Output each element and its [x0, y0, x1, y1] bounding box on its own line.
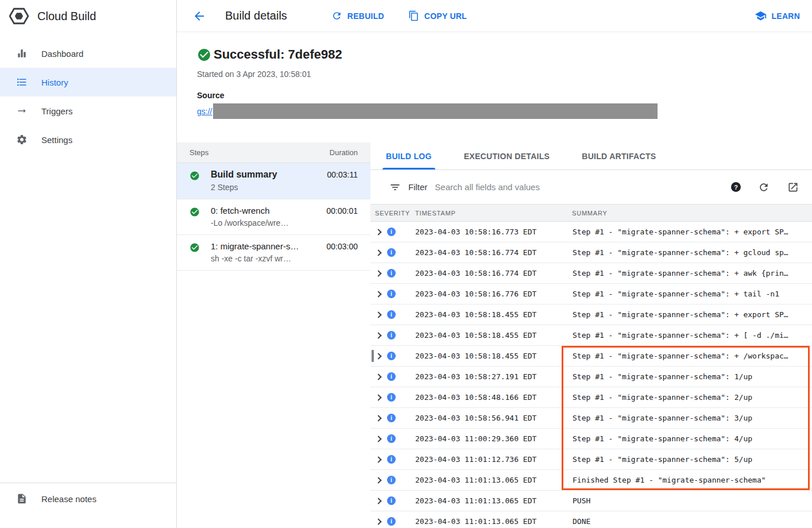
severity-cell: i — [370, 476, 409, 484]
main-area: Build details REBUILD COPY URL LEARN — [177, 0, 812, 528]
learn-label: LEARN — [772, 11, 800, 21]
sidebar-item-triggers[interactable]: Triggers — [0, 97, 176, 125]
log-row[interactable]: i 2023-04-03 11:01:12.736 EDT Step #1 - … — [370, 449, 812, 470]
steps-panel: Steps Duration Build summary 00:03:11 — [177, 142, 370, 528]
log-row[interactable]: i 2023-04-03 11:00:29.360 EDT Step #1 - … — [370, 429, 812, 449]
step-row-1-migrate-spanner-schema[interactable]: 1: migrate-spanner-s… 00:03:00 sh -xe -c… — [177, 235, 370, 271]
step-row-build-summary[interactable]: Build summary 00:03:11 2 Steps — [177, 163, 370, 199]
tab-build-artifacts[interactable]: BUILD ARTIFACTS — [578, 142, 659, 169]
severity-cell: i — [370, 496, 409, 505]
step-duration: 00:03:11 — [327, 170, 358, 179]
chevron-right-icon[interactable] — [375, 498, 381, 504]
chevron-right-icon[interactable] — [375, 394, 381, 400]
step-main: 1: migrate-spanner-s… 00:03:00 sh -xe -c… — [211, 241, 358, 263]
chevron-right-icon[interactable] — [375, 353, 381, 359]
chevron-right-icon[interactable] — [375, 518, 381, 525]
sidebar-item-history[interactable]: History — [0, 68, 176, 97]
page-title: Build details — [225, 9, 287, 22]
sidebar-item-release-notes[interactable]: Release notes — [0, 484, 176, 513]
chevron-right-icon[interactable] — [375, 249, 381, 256]
check-circle-icon — [190, 241, 200, 263]
back-button[interactable] — [192, 9, 206, 23]
filter-icon — [389, 182, 401, 193]
check-circle-icon — [190, 206, 200, 228]
step-main: 0: fetch-wrench 00:00:01 -Lo /workspace/… — [211, 206, 358, 228]
step-subtitle: 2 Steps — [211, 183, 358, 192]
sidebar-item-dashboard[interactable]: Dashboard — [0, 39, 176, 68]
chevron-right-icon[interactable] — [375, 229, 381, 235]
copy-url-button[interactable]: COPY URL — [408, 10, 467, 21]
log-summary: Step #1 - "migrate-spanner-schema": + gc… — [567, 248, 812, 257]
log-row[interactable]: i 2023-04-03 10:58:27.191 EDT Step #1 - … — [370, 367, 812, 387]
info-severity-icon: i — [387, 269, 396, 278]
chevron-right-icon[interactable] — [375, 270, 381, 276]
log-summary: DONE — [567, 517, 812, 526]
log-row[interactable]: i 2023-04-03 10:58:16.776 EDT Step #1 - … — [370, 284, 812, 305]
filter-label: Filter — [408, 182, 427, 192]
log-timestamp: 2023-04-03 10:58:18.455 EDT — [409, 331, 567, 340]
log-row[interactable]: i 2023-04-03 10:58:18.455 EDT Step #1 - … — [370, 305, 812, 325]
text-cursor-marker — [372, 350, 374, 362]
tab-label: BUILD ARTIFACTS — [582, 152, 656, 161]
refresh-icon — [331, 10, 342, 21]
severity-cell: i — [370, 248, 409, 257]
log-row[interactable]: i 2023-04-03 10:58:48.166 EDT Step #1 - … — [370, 387, 812, 408]
info-severity-icon: i — [387, 517, 396, 526]
build-header: Successful: 7defe982 Started on 3 Apr 20… — [177, 32, 812, 142]
log-row[interactable]: i 2023-04-03 11:01:13.065 EDT DONE — [370, 511, 812, 528]
chevron-right-icon[interactable] — [375, 373, 381, 380]
rebuild-button[interactable]: REBUILD — [331, 10, 384, 21]
info-severity-icon: i — [387, 248, 396, 257]
log-timestamp: 2023-04-03 10:58:18.455 EDT — [409, 310, 567, 319]
build-start-time: Started on 3 Apr 2023, 10:58:01 — [197, 70, 812, 79]
chevron-right-icon[interactable] — [375, 311, 381, 318]
sidebar-item-settings[interactable]: Settings — [0, 125, 176, 154]
log-row[interactable]: i 2023-04-03 11:01:13.065 EDT PUSH — [370, 491, 812, 511]
step-row-0-fetch-wrench[interactable]: 0: fetch-wrench 00:00:01 -Lo /workspace/… — [177, 199, 370, 235]
log-summary: Step #1 - "migrate-spanner-schema": 3/up — [567, 414, 812, 422]
chevron-right-icon[interactable] — [375, 456, 381, 463]
log-timestamp: 2023-04-03 10:58:16.776 EDT — [409, 290, 567, 298]
chevron-right-icon[interactable] — [375, 477, 381, 483]
log-row[interactable]: i 2023-04-03 10:58:16.773 EDT Step #1 - … — [370, 222, 812, 242]
log-row[interactable]: i 2023-04-03 10:58:16.774 EDT Step #1 - … — [370, 263, 812, 284]
log-timestamp: 2023-04-03 11:01:13.065 EDT — [409, 517, 567, 526]
severity-cell: i — [370, 228, 409, 236]
refresh-logs-button[interactable] — [757, 181, 770, 194]
tab-bar: BUILD LOG EXECUTION DETAILS BUILD ARTIFA… — [370, 142, 812, 170]
log-summary: Finished Step #1 - "migrate-spanner-sche… — [567, 476, 812, 484]
info-severity-icon: i — [387, 310, 396, 319]
chevron-right-icon[interactable] — [375, 332, 381, 338]
dashboard-icon — [16, 48, 28, 59]
step-subtitle: -Lo /workspace/wre… — [211, 218, 358, 228]
tab-execution-details[interactable]: EXECUTION DETAILS — [461, 142, 554, 169]
severity-cell: i — [370, 455, 409, 464]
severity-cell: i — [370, 434, 409, 443]
log-summary: PUSH — [567, 496, 812, 505]
log-timestamp: 2023-04-03 10:58:56.941 EDT — [409, 414, 567, 422]
log-summary: Step #1 - "migrate-spanner-schema": 2/up — [567, 393, 812, 402]
info-severity-icon: i — [387, 290, 396, 298]
source-link[interactable]: gs:// — [197, 107, 212, 116]
chevron-right-icon[interactable] — [375, 435, 381, 442]
tab-build-log[interactable]: BUILD LOG — [382, 142, 435, 169]
log-row[interactable]: i 2023-04-03 10:58:16.774 EDT Step #1 - … — [370, 242, 812, 263]
log-rows: i 2023-04-03 10:58:16.773 EDT Step #1 - … — [370, 222, 812, 528]
severity-cell: i — [370, 414, 409, 422]
log-row[interactable]: i 2023-04-03 10:58:18.455 EDT Step #1 - … — [370, 346, 812, 367]
open-in-new-button[interactable] — [787, 181, 799, 194]
chevron-right-icon[interactable] — [375, 291, 381, 297]
log-row[interactable]: i 2023-04-03 10:58:56.941 EDT Step #1 - … — [370, 408, 812, 429]
log-row[interactable]: i 2023-04-03 10:58:18.455 EDT Step #1 - … — [370, 325, 812, 346]
arrow-back-icon — [192, 9, 206, 23]
learn-button[interactable]: LEARN — [755, 10, 800, 22]
chevron-right-icon[interactable] — [375, 415, 381, 421]
log-filter-input[interactable] — [435, 182, 721, 192]
log-filter-bar: Filter ? — [370, 170, 812, 204]
nav-label: Dashboard — [41, 49, 83, 59]
log-summary: Step #1 - "migrate-spanner-schema": + aw… — [567, 269, 812, 278]
step-title: Build summary — [211, 169, 277, 180]
log-table: SEVERITY TIMESTAMP SUMMARY i — [370, 204, 812, 528]
log-row[interactable]: i 2023-04-03 11:01:13.065 EDT Finished S… — [370, 470, 812, 491]
help-icon[interactable]: ? — [731, 182, 741, 192]
